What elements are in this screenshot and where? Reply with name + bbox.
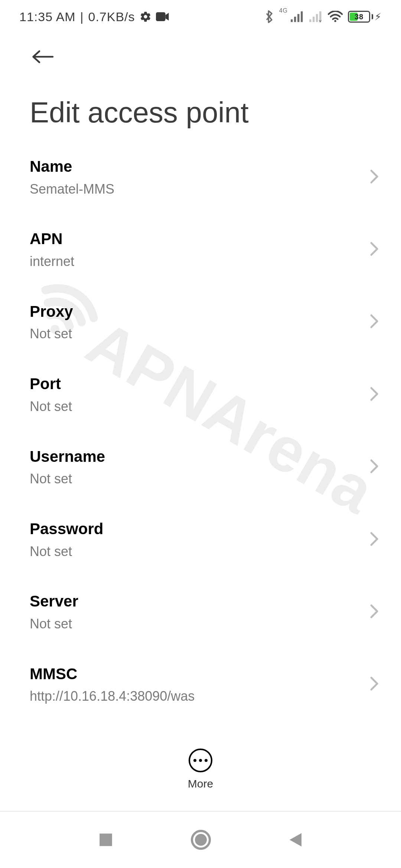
settings-list: Name Sematel-MMS APN internet Proxy Not … — [0, 141, 401, 727]
charging-icon: ⚡︎ — [375, 11, 382, 23]
setting-value: Not set — [30, 398, 371, 415]
android-navbar — [0, 812, 401, 868]
svg-rect-5 — [301, 11, 303, 22]
square-icon — [98, 832, 114, 848]
setting-mmsc[interactable]: MMSC http://10.16.18.4:38090/was — [0, 648, 401, 721]
battery-icon: 38 ⚡︎ — [348, 11, 382, 23]
svg-rect-8 — [316, 14, 318, 22]
svg-text:x: x — [319, 18, 322, 22]
battery-pct: 38 — [349, 12, 369, 22]
svg-rect-3 — [294, 17, 296, 22]
nav-recent-button[interactable] — [98, 832, 114, 848]
setting-label: Username — [30, 447, 371, 467]
page-title: Edit access point — [30, 96, 371, 129]
setting-mms-proxy[interactable]: MMS proxy 10.16.18.77 — [0, 721, 401, 727]
setting-label: MMSC — [30, 664, 371, 684]
svg-rect-6 — [309, 19, 311, 22]
svg-point-14 — [195, 834, 207, 846]
more-button[interactable] — [189, 749, 212, 772]
chevron-right-icon — [370, 604, 379, 620]
more-bar: More — [0, 749, 401, 790]
setting-label: APN — [30, 229, 371, 249]
nav-back-button[interactable] — [288, 832, 303, 848]
setting-value: Not set — [30, 470, 371, 488]
setting-value: Not set — [30, 615, 371, 633]
back-button[interactable] — [30, 44, 56, 70]
chevron-right-icon — [370, 532, 379, 548]
chevron-right-icon — [370, 459, 379, 475]
svg-rect-1 — [156, 12, 166, 21]
setting-label: Port — [30, 374, 371, 394]
chevron-right-icon — [370, 387, 379, 403]
setting-port[interactable]: Port Not set — [0, 358, 401, 431]
svg-rect-12 — [100, 834, 112, 846]
setting-value: Not set — [30, 325, 371, 343]
arrow-left-icon — [32, 48, 54, 66]
wifi-icon — [328, 11, 343, 23]
triangle-left-icon — [288, 832, 303, 848]
status-sep: | — [80, 10, 84, 24]
svg-rect-4 — [297, 14, 299, 22]
camera-icon — [156, 11, 169, 22]
setting-value: http://10.16.18.4:38090/was — [30, 688, 371, 705]
signal-sim2-icon: x — [309, 11, 323, 22]
gear-icon — [140, 11, 151, 23]
header: Edit access point — [0, 40, 401, 129]
setting-label: Name — [30, 157, 371, 177]
setting-value: Sematel-MMS — [30, 181, 371, 198]
nav-home-button[interactable] — [190, 829, 211, 850]
setting-label: Server — [30, 591, 371, 612]
setting-label: Password — [30, 519, 371, 539]
chevron-right-icon — [370, 241, 379, 258]
setting-proxy[interactable]: Proxy Not set — [0, 286, 401, 358]
more-label: More — [188, 777, 213, 790]
status-bar: 11:35 AM | 0.7KB/s 4G x 38 ⚡︎ — [0, 0, 401, 33]
svg-rect-7 — [313, 17, 314, 22]
network-4g-label: 4G — [279, 7, 288, 14]
setting-apn[interactable]: APN internet — [0, 213, 401, 286]
circle-icon — [190, 829, 211, 850]
setting-password[interactable]: Password Not set — [0, 503, 401, 576]
svg-rect-2 — [291, 19, 293, 22]
chevron-right-icon — [370, 314, 379, 330]
status-time: 11:35 AM — [19, 10, 76, 24]
bluetooth-icon — [264, 10, 274, 24]
setting-value: Not set — [30, 543, 371, 560]
setting-value: internet — [30, 253, 371, 270]
svg-point-11 — [334, 20, 336, 22]
status-speed: 0.7KB/s — [88, 10, 135, 24]
chevron-right-icon — [370, 169, 379, 185]
chevron-right-icon — [370, 676, 379, 693]
signal-sim1-icon — [291, 11, 304, 22]
setting-label: Proxy — [30, 302, 371, 322]
setting-name[interactable]: Name Sematel-MMS — [0, 141, 401, 213]
setting-server[interactable]: Server Not set — [0, 576, 401, 648]
setting-username[interactable]: Username Not set — [0, 431, 401, 503]
ellipsis-icon — [193, 759, 208, 762]
